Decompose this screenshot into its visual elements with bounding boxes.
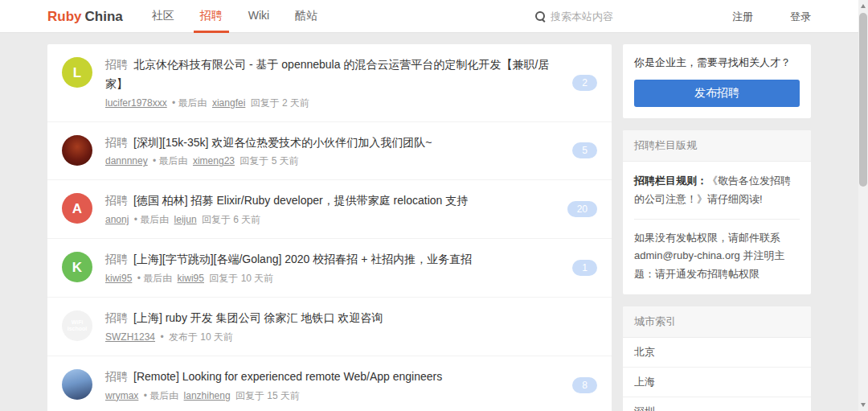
topic-node-label[interactable]: 招聘 [105, 58, 128, 71]
topic-node-label[interactable]: 招聘 [105, 253, 128, 265]
avatar-letter: A [72, 202, 82, 216]
topic-title-text[interactable]: [Remote] Looking for experienced remote … [133, 370, 442, 383]
topic-title-text[interactable]: [深圳][15k-35k] 欢迎各位热爱技术的小伙伴们加入我们团队~ [133, 136, 432, 149]
topic-meta: lucifer1978xxx • 最后由 xiangfei 回复于 2 天前 [105, 97, 561, 110]
topic-row: K 招聘[上海][字节跳动][各端/Golang] 2020 校招春招 + 社招… [47, 239, 612, 298]
author-link[interactable]: anonj [105, 214, 129, 225]
avatar-letter: K [72, 261, 82, 274]
meta-separator: • 最后由 [153, 155, 188, 166]
rules-panel-body: 招聘栏目规则：《敬告各位发招聘的公司注意！》请仔细阅读! 如果没有发帖权限，请邮… [623, 162, 811, 294]
author-link[interactable]: dannnney [105, 155, 148, 166]
meta-time: 回复于 10 天前 [209, 273, 273, 284]
avatar[interactable] [62, 135, 92, 166]
avatar[interactable]: A [62, 193, 92, 224]
register-link[interactable]: 注册 [732, 10, 753, 24]
meta-separator: • 最后由 [172, 97, 207, 109]
meta-time: 回复于 2 天前 [251, 97, 309, 109]
scrollbar-thumb[interactable] [859, 13, 867, 187]
topic-title-text[interactable]: [上海] ruby 开发 集团公司 徐家汇 地铁口 欢迎咨询 [133, 311, 383, 324]
topic-meta: kiwi95 • 最后由 kiwi95 回复于 10 天前 [105, 272, 561, 286]
topic-row: 招聘[深圳][15k-35k] 欢迎各位热爱技术的小伙伴们加入我们团队~ dan… [47, 122, 612, 181]
rules-panel-header: 招聘栏目版规 [623, 130, 811, 162]
topic-meta: SWZH1234 • 发布于 10 天前 [105, 331, 586, 344]
author-link[interactable]: SWZH1234 [105, 331, 155, 343]
city-item-beijing[interactable]: 北京 [623, 338, 811, 368]
replier-link[interactable]: kiwi95 [178, 273, 204, 284]
author-link[interactable]: kiwi95 [105, 273, 132, 284]
meta-time: 回复于 15 天前 [235, 390, 300, 401]
top-navbar: RubyChina 社区 招聘 Wiki 酷站 注册 登录 [0, 0, 858, 33]
search-icon [535, 11, 546, 22]
reply-count-badge: 5 [572, 142, 597, 158]
topic-title-text[interactable]: [德国 柏林] 招募 Elixir/Ruby developer，提供带家庭 r… [133, 194, 468, 207]
avatar[interactable] [62, 369, 92, 400]
employer-cta-panel: 你是企业主，需要寻找相关人才？ 发布招聘 [623, 44, 811, 118]
topic-title-text[interactable]: 北京休伦科技有限公司 - 基于 opennebula 的混合云运营平台的定制化开… [105, 58, 549, 90]
avatar[interactable]: L [62, 57, 92, 88]
topic-title[interactable]: 招聘北京休伦科技有限公司 - 基于 opennebula 的混合云运营平台的定制… [105, 55, 561, 94]
sidebar: 你是企业主，需要寻找相关人才？ 发布招聘 招聘栏目版规 招聘栏目规则：《敬告各位… [623, 44, 811, 411]
meta-time: 回复于 5 天前 [240, 155, 298, 166]
topic-title[interactable]: 招聘[德国 柏林] 招募 Elixir/Ruby developer，提供带家庭… [105, 191, 556, 211]
topic-node-label[interactable]: 招聘 [105, 370, 128, 383]
topic-row: L 招聘北京休伦科技有限公司 - 基于 opennebula 的混合云运营平台的… [47, 44, 612, 122]
reply-count-badge: 20 [567, 201, 597, 217]
main-nav: 社区 招聘 Wiki 酷站 [145, 0, 337, 33]
site-logo[interactable]: RubyChina [47, 0, 123, 33]
login-link[interactable]: 登录 [790, 10, 811, 24]
scrollbar-down-arrow-icon[interactable] [861, 403, 866, 407]
author-link[interactable]: lucifer1978xxx [105, 97, 167, 109]
replier-link[interactable]: leijun [174, 214, 197, 225]
topic-meta: dannnney • 最后由 ximeng23 回复于 5 天前 [105, 154, 561, 168]
viewport: RubyChina 社区 招聘 Wiki 酷站 注册 登录 [0, 0, 858, 411]
rules-lead: 招聘栏目规则：《敬告各位发招聘的公司注意！》请仔细阅读! [634, 172, 800, 209]
nav-item-jobs[interactable]: 招聘 [194, 0, 229, 33]
rules-panel: 招聘栏目版规 招聘栏目规则：《敬告各位发招聘的公司注意！》请仔细阅读! 如果没有… [623, 130, 811, 294]
replier-link[interactable]: ximeng23 [193, 155, 235, 166]
logo-ruby: Ruby [47, 9, 82, 24]
author-link[interactable]: wrymax [105, 390, 138, 401]
post-job-button[interactable]: 发布招聘 [634, 80, 800, 107]
nav-right: 注册 登录 [535, 0, 811, 33]
nav-item-sites[interactable]: 酷站 [289, 0, 324, 33]
rules-divider [634, 219, 800, 220]
topic-title[interactable]: 招聘[Remote] Looking for experienced remot… [105, 368, 561, 387]
replier-link[interactable]: lanzhiheng [184, 390, 231, 401]
topic-list: L 招聘北京休伦科技有限公司 - 基于 opennebula 的混合云运营平台的… [47, 44, 612, 411]
rules-lead-bold: 招聘栏目规则： [634, 175, 707, 187]
topic-title[interactable]: 招聘[上海][字节跳动][各端/Golang] 2020 校招春招 + 社招内推… [105, 250, 561, 269]
search-input[interactable] [551, 10, 647, 23]
city-item-shenzhen[interactable]: 深圳 [623, 397, 811, 411]
reply-count-badge: 1 [572, 260, 597, 276]
meta-time: 发布于 10 天前 [169, 331, 233, 343]
search-box[interactable] [535, 10, 647, 23]
topic-title[interactable]: 招聘[深圳][15k-35k] 欢迎各位热爱技术的小伙伴们加入我们团队~ [105, 134, 561, 153]
topic-row: 招聘[Remote] Looking for experienced remot… [47, 356, 612, 411]
topic-node-label[interactable]: 招聘 [105, 194, 128, 207]
nav-item-community[interactable]: 社区 [145, 0, 181, 33]
meta-separator: • [160, 331, 163, 343]
avatar[interactable]: WiFi ischool [62, 310, 92, 341]
reply-count-badge: 8 [572, 377, 597, 393]
meta-separator: • 最后由 [134, 214, 170, 225]
avatar[interactable]: K [62, 252, 92, 282]
avatar-logo-text: WiFi ischool [67, 319, 88, 333]
avatar-letter: L [73, 66, 81, 80]
city-item-shanghai[interactable]: 上海 [623, 368, 811, 397]
meta-separator: • 最后由 [137, 273, 173, 284]
rules-note: 如果没有发帖权限，请邮件联系 admin@ruby-china.org 并注明主… [634, 229, 800, 284]
nav-item-wiki[interactable]: Wiki [242, 0, 276, 33]
topic-node-label[interactable]: 招聘 [105, 311, 128, 324]
replier-link[interactable]: xiangfei [212, 97, 245, 109]
topic-row: A 招聘[德国 柏林] 招募 Elixir/Ruby developer，提供带… [47, 180, 612, 239]
topic-title-text[interactable]: [上海][字节跳动][各端/Golang] 2020 校招春招 + 社招内推，业… [133, 253, 472, 265]
scrollbar-up-arrow-icon[interactable] [861, 4, 866, 8]
reply-count-badge: 2 [572, 75, 597, 91]
topic-title[interactable]: 招聘[上海] ruby 开发 集团公司 徐家汇 地铁口 欢迎咨询 [105, 309, 586, 328]
topic-row: WiFi ischool 招聘[上海] ruby 开发 集团公司 徐家汇 地铁口… [47, 298, 612, 356]
meta-time: 回复于 6 天前 [202, 214, 260, 225]
topic-node-label[interactable]: 招聘 [105, 136, 128, 149]
scrollbar[interactable] [858, 0, 868, 411]
topic-meta: anonj • 最后由 leijun 回复于 6 天前 [105, 213, 556, 227]
meta-separator: • 最后由 [144, 390, 179, 401]
